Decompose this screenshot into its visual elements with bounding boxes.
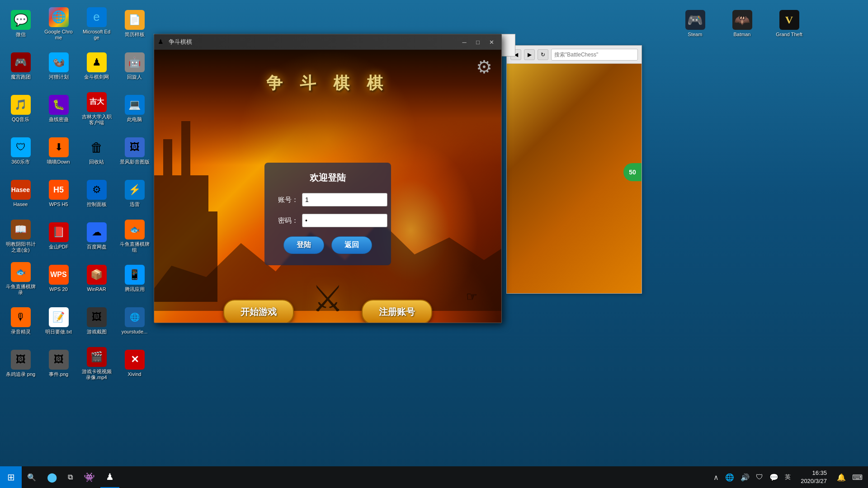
icon-label-caisha: 杀鸡追录 png bbox=[6, 371, 35, 377]
icon-label-pc: 此电脑 bbox=[127, 117, 142, 122]
tray-network-icon[interactable]: 🌐 bbox=[723, 473, 736, 482]
icon-label-winrar: WinRAR bbox=[87, 286, 106, 292]
settings-icon[interactable]: ⚙ bbox=[472, 55, 496, 79]
icon-label-baidu: 百度网盘 bbox=[87, 244, 107, 250]
browser-search-input[interactable] bbox=[551, 49, 638, 61]
taskbar: ⊞ 🔍 ⬤ ⧉ 👾 ♟ ∧ 🌐 🔊 🛡 💬 英 16:35 2020/3/27 … bbox=[0, 466, 868, 488]
icon-label-scenic: 景风影音图版 bbox=[120, 159, 150, 165]
desktop-icon-baidu[interactable]: ☁ 百度网盘 bbox=[80, 216, 113, 257]
login-panel: 欢迎登陆 账号： 密码： 登陆 返回 bbox=[264, 163, 391, 265]
icon-label-game-screenshot: 游戏截图 bbox=[87, 329, 107, 335]
desktop-icon-caisha[interactable]: 🖼 杀鸡追录 png bbox=[4, 343, 38, 384]
desktop-icons-left: 💬 微信 🌐 Google Chrome e Microsoft Edge 📄 … bbox=[0, 0, 154, 443]
desktop-icon-qq-music[interactable]: 🎵 QQ音乐 bbox=[4, 89, 38, 129]
desktop-icon-edge[interactable]: e Microsoft Edge bbox=[80, 4, 113, 44]
desktop-icon-scenic[interactable]: 🖼 景风影音图版 bbox=[118, 131, 151, 172]
desktop-icon-robot[interactable]: 🤖 回旋人 bbox=[118, 46, 151, 87]
account-input[interactable] bbox=[302, 193, 387, 206]
login-button[interactable]: 登陆 bbox=[283, 236, 324, 254]
bottom-buttons: 开始游戏 注册账号 bbox=[223, 300, 432, 323]
browser-content bbox=[507, 64, 642, 293]
icon-label-steam: Steam bbox=[688, 32, 703, 38]
desktop-icon-batman[interactable]: 🦇 Batman bbox=[725, 4, 759, 44]
desktop-icon-wps-h5[interactable]: H5 WPS H5 bbox=[42, 174, 75, 214]
icon-label-tencent: 腾讯应用 bbox=[125, 286, 145, 292]
desktop-icon-jilin[interactable]: 吉大 吉林大学入职客户端 bbox=[80, 89, 113, 129]
icon-label-grand-theft: Grand Theft bbox=[776, 32, 802, 38]
desktop-icon-resume[interactable]: 📄 简历样板 bbox=[118, 4, 151, 44]
icon-label-mingjiao: 明教阴阳书计之道(金) bbox=[5, 241, 36, 253]
desktop-icon-winrar[interactable]: 📦 WinRAR bbox=[80, 258, 113, 299]
desktop-icon-wps20[interactable]: WPS WPS 20 bbox=[42, 258, 75, 299]
start-button[interactable]: ⊞ bbox=[0, 466, 22, 488]
desktop-icon-mingjiao[interactable]: 📖 明教阴阳书计之道(金) bbox=[4, 216, 38, 257]
browser-refresh-button[interactable]: ↻ bbox=[538, 49, 548, 60]
desktop-icon-pechat[interactable]: ⬇ 嘀嘀Down bbox=[42, 131, 75, 172]
tray-security-icon[interactable]: 🛡 bbox=[754, 473, 765, 481]
desktop-icon-control[interactable]: ⚙ 控制面板 bbox=[80, 174, 113, 214]
tray-notification-icon[interactable]: 🔔 bbox=[835, 473, 848, 482]
window-controls: ─ □ ✕ bbox=[458, 36, 498, 48]
start-game-button[interactable]: 开始游戏 bbox=[223, 300, 294, 323]
desktop-icon-xivind[interactable]: ✕ Xivind bbox=[118, 343, 151, 384]
back-button[interactable]: 返回 bbox=[331, 236, 372, 254]
game-title: 争 斗 棋 棋 bbox=[266, 72, 389, 94]
desktop-icon-recycle[interactable]: 🗑 回收站 bbox=[80, 131, 113, 172]
browser-window: ◀ ▶ ↻ 50 bbox=[506, 45, 642, 294]
taskbar-cortana[interactable]: ⬤ bbox=[42, 466, 62, 488]
password-input[interactable] bbox=[302, 214, 387, 227]
browser-forward-button[interactable]: ▶ bbox=[524, 49, 535, 60]
tray-volume-icon[interactable]: 🔊 bbox=[739, 473, 751, 482]
icon-label-xivind: Xivind bbox=[128, 371, 142, 377]
taskbar-clock[interactable]: 16:35 2020/3/27 bbox=[795, 469, 832, 485]
desktop-icon-luyin[interactable]: 🎙 录音精灵 bbox=[4, 301, 38, 342]
tray-chevron[interactable]: ∧ bbox=[712, 473, 721, 482]
icon-label-tomorrow: 明日要做.txt bbox=[45, 329, 72, 335]
taskbar-tray: ∧ 🌐 🔊 🛡 💬 英 16:35 2020/3/27 🔔 ⌨ bbox=[708, 469, 868, 485]
desktop-icon-yourstude[interactable]: 🌐 yourstude... bbox=[118, 301, 151, 342]
tray-wechat-tray[interactable]: 💬 bbox=[768, 473, 780, 482]
window-titlebar: ♟ 争斗棋棋 ─ □ ✕ bbox=[154, 34, 501, 50]
desktop-icon-game-screenshot[interactable]: 🖼 游戏截图 bbox=[80, 301, 113, 342]
desktop-icon-chess[interactable]: ♟ 金斗棋剑网 bbox=[80, 46, 113, 87]
taskbar-taskview[interactable]: ⧉ bbox=[62, 466, 78, 488]
taskbar-tencent-app[interactable]: 👾 bbox=[78, 466, 100, 488]
desktop-icon-river[interactable]: 🦦 河狸计划 bbox=[42, 46, 75, 87]
desktop-icon-chrome[interactable]: 🌐 Google Chrome bbox=[42, 4, 75, 44]
desktop-icon-worm[interactable]: 🐛 蛊线密蛊 bbox=[42, 89, 75, 129]
desktop-icon-jinshan-pdf[interactable]: 📕 金山PDF bbox=[42, 216, 75, 257]
desktop-icon-youyu1[interactable]: 🐟 斗鱼直播棋牌组 bbox=[118, 216, 151, 257]
taskbar-search[interactable]: 🔍 bbox=[22, 466, 42, 488]
desktop-icon-game-video[interactable]: 🎬 游戏卡视视频 录像.mp4 bbox=[80, 343, 113, 384]
desktop-icon-hasee[interactable]: Hasee Hasee bbox=[4, 174, 38, 214]
desktop-icon-pc[interactable]: 💻 此电脑 bbox=[118, 89, 151, 129]
tray-language[interactable]: 英 bbox=[783, 473, 793, 481]
tray-keyboard-icon[interactable]: ⌨ bbox=[850, 473, 864, 482]
icon-label-chrome: Google Chrome bbox=[43, 29, 74, 41]
desktop-icon-wechat[interactable]: 💬 微信 bbox=[4, 4, 38, 44]
icon-label-qq-music: QQ音乐 bbox=[12, 117, 29, 122]
register-button[interactable]: 注册账号 bbox=[362, 300, 432, 323]
taskbar-items: 🔍 ⬤ ⧉ 👾 ♟ bbox=[22, 466, 708, 488]
window-minimize-button[interactable]: ─ bbox=[458, 36, 471, 48]
desktop-icon-events2[interactable]: 🖼 事件.png bbox=[42, 343, 75, 384]
desktop: 💬 微信 🌐 Google Chrome e Microsoft Edge 📄 … bbox=[0, 0, 868, 488]
desktop-icon-xunlei[interactable]: ⚡ 迅雷 bbox=[118, 174, 151, 214]
desktop-icon-tencent[interactable]: 📱 腾讯应用 bbox=[118, 258, 151, 299]
desktop-icon-tomorrow[interactable]: 📝 明日要做.txt bbox=[42, 301, 75, 342]
taskbar-battlechess-app[interactable]: ♟ bbox=[100, 466, 119, 488]
clock-date: 2020/3/27 bbox=[801, 477, 827, 485]
desktop-icon-grand-theft[interactable]: V Grand Theft bbox=[772, 4, 806, 44]
icon-label-youyu1: 斗鱼直播棋牌组 bbox=[119, 241, 150, 253]
desktop-icon-maze[interactable]: 🎮 魔宫跑团 bbox=[4, 46, 38, 87]
window-close-button[interactable]: ✕ bbox=[485, 36, 498, 48]
desktop-icon-steam[interactable]: 🎮 Steam bbox=[678, 4, 712, 44]
icon-label-river: 河狸计划 bbox=[49, 74, 69, 80]
window-maximize-button[interactable]: □ bbox=[472, 36, 484, 48]
icon-label-jilin: 吉林大学入职客户端 bbox=[81, 114, 112, 126]
desktop-icon-360[interactable]: 🛡 360乐市 bbox=[4, 131, 38, 172]
desktop-icon-youyu2[interactable]: 🐟 斗鱼直播棋牌录 bbox=[4, 258, 38, 299]
score-badge: 50 bbox=[623, 163, 642, 181]
login-buttons: 登陆 返回 bbox=[278, 236, 377, 254]
icon-label-yourstude: yourstude... bbox=[122, 329, 147, 335]
